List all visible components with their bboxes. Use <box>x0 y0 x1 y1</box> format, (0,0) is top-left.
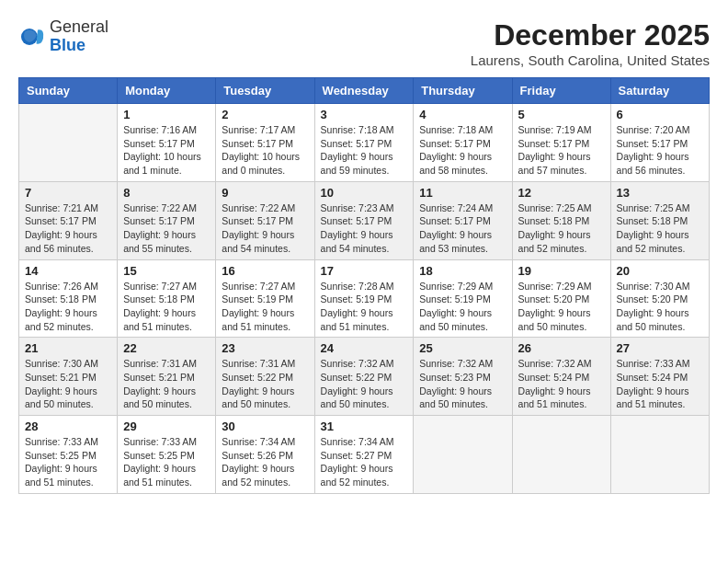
day-number: 12 <box>518 186 605 200</box>
day-info: Sunrise: 7:24 AM Sunset: 5:17 PM Dayligh… <box>419 201 506 256</box>
day-number: 27 <box>617 341 703 355</box>
month-year: December 2025 <box>471 18 710 52</box>
calendar-cell: 3Sunrise: 7:18 AM Sunset: 5:17 PM Daylig… <box>314 104 414 182</box>
calendar-week-row: 14Sunrise: 7:26 AM Sunset: 5:18 PM Dayli… <box>19 259 710 338</box>
calendar-week-row: 1Sunrise: 7:16 AM Sunset: 5:17 PM Daylig… <box>19 104 710 182</box>
day-number: 9 <box>222 186 308 200</box>
calendar-cell: 18Sunrise: 7:29 AM Sunset: 5:19 PM Dayli… <box>414 259 512 338</box>
page-header: General Blue December 2025 Laurens, Sout… <box>18 18 710 68</box>
calendar-cell: 26Sunrise: 7:32 AM Sunset: 5:24 PM Dayli… <box>512 338 610 416</box>
calendar-cell: 20Sunrise: 7:30 AM Sunset: 5:20 PM Dayli… <box>610 259 709 338</box>
calendar-cell: 2Sunrise: 7:17 AM Sunset: 5:17 PM Daylig… <box>216 104 314 182</box>
calendar-cell <box>19 104 118 182</box>
day-number: 14 <box>25 264 111 278</box>
day-number: 2 <box>222 108 308 121</box>
calendar-cell <box>512 416 610 494</box>
calendar-cell: 12Sunrise: 7:25 AM Sunset: 5:18 PM Dayli… <box>512 181 610 259</box>
day-info: Sunrise: 7:25 AM Sunset: 5:18 PM Dayligh… <box>518 201 605 256</box>
calendar-week-row: 7Sunrise: 7:21 AM Sunset: 5:17 PM Daylig… <box>19 181 710 259</box>
calendar-cell: 7Sunrise: 7:21 AM Sunset: 5:17 PM Daylig… <box>19 181 118 259</box>
day-number: 5 <box>518 108 605 121</box>
day-info: Sunrise: 7:31 AM Sunset: 5:21 PM Dayligh… <box>123 357 210 411</box>
day-number: 3 <box>321 108 408 121</box>
day-info: Sunrise: 7:25 AM Sunset: 5:18 PM Dayligh… <box>617 201 703 256</box>
day-number: 11 <box>419 186 506 200</box>
day-info: Sunrise: 7:28 AM Sunset: 5:19 PM Dayligh… <box>321 280 408 334</box>
day-number: 4 <box>419 108 506 121</box>
calendar-cell: 23Sunrise: 7:31 AM Sunset: 5:22 PM Dayli… <box>216 338 314 416</box>
day-info: Sunrise: 7:16 AM Sunset: 5:17 PM Dayligh… <box>123 123 210 178</box>
calendar-cell: 22Sunrise: 7:31 AM Sunset: 5:21 PM Dayli… <box>118 338 216 416</box>
day-info: Sunrise: 7:22 AM Sunset: 5:17 PM Dayligh… <box>222 201 308 256</box>
day-info: Sunrise: 7:32 AM Sunset: 5:22 PM Dayligh… <box>321 357 408 411</box>
day-info: Sunrise: 7:32 AM Sunset: 5:24 PM Dayligh… <box>518 357 605 411</box>
logo: General Blue <box>18 18 108 55</box>
day-info: Sunrise: 7:30 AM Sunset: 5:20 PM Dayligh… <box>617 280 703 334</box>
calendar-cell: 28Sunrise: 7:33 AM Sunset: 5:25 PM Dayli… <box>19 416 118 494</box>
day-number: 26 <box>518 341 605 355</box>
day-number: 25 <box>419 341 506 355</box>
calendar-cell: 31Sunrise: 7:34 AM Sunset: 5:27 PM Dayli… <box>314 416 414 494</box>
day-info: Sunrise: 7:30 AM Sunset: 5:21 PM Dayligh… <box>25 357 111 411</box>
calendar-cell <box>610 416 709 494</box>
day-number: 7 <box>25 186 111 200</box>
column-header-monday: Monday <box>118 78 216 104</box>
calendar-cell: 10Sunrise: 7:23 AM Sunset: 5:17 PM Dayli… <box>314 181 414 259</box>
day-number: 22 <box>123 341 210 355</box>
logo-text: General Blue <box>50 18 108 55</box>
day-number: 8 <box>123 186 210 200</box>
calendar-cell: 5Sunrise: 7:19 AM Sunset: 5:17 PM Daylig… <box>512 104 610 182</box>
day-info: Sunrise: 7:26 AM Sunset: 5:18 PM Dayligh… <box>25 280 111 334</box>
day-number: 29 <box>123 419 210 433</box>
calendar-cell: 17Sunrise: 7:28 AM Sunset: 5:19 PM Dayli… <box>314 259 414 338</box>
day-number: 30 <box>222 419 308 433</box>
day-info: Sunrise: 7:34 AM Sunset: 5:26 PM Dayligh… <box>222 435 308 489</box>
column-header-tuesday: Tuesday <box>216 78 314 104</box>
calendar-cell: 30Sunrise: 7:34 AM Sunset: 5:26 PM Dayli… <box>216 416 314 494</box>
day-info: Sunrise: 7:20 AM Sunset: 5:17 PM Dayligh… <box>617 123 703 178</box>
calendar-cell: 25Sunrise: 7:32 AM Sunset: 5:23 PM Dayli… <box>414 338 512 416</box>
day-number: 31 <box>321 419 408 433</box>
logo-general: General <box>50 17 108 36</box>
day-number: 20 <box>617 264 703 278</box>
calendar-cell: 15Sunrise: 7:27 AM Sunset: 5:18 PM Dayli… <box>118 259 216 338</box>
calendar-cell: 27Sunrise: 7:33 AM Sunset: 5:24 PM Dayli… <box>610 338 709 416</box>
day-info: Sunrise: 7:33 AM Sunset: 5:25 PM Dayligh… <box>123 435 210 489</box>
calendar-cell: 9Sunrise: 7:22 AM Sunset: 5:17 PM Daylig… <box>216 181 314 259</box>
day-number: 21 <box>25 341 111 355</box>
location: Laurens, South Carolina, United States <box>471 52 710 68</box>
calendar-cell: 24Sunrise: 7:32 AM Sunset: 5:22 PM Dayli… <box>314 338 414 416</box>
day-info: Sunrise: 7:22 AM Sunset: 5:17 PM Dayligh… <box>123 201 210 256</box>
day-number: 10 <box>321 186 408 200</box>
day-info: Sunrise: 7:29 AM Sunset: 5:19 PM Dayligh… <box>419 280 506 334</box>
day-number: 17 <box>321 264 408 278</box>
day-info: Sunrise: 7:18 AM Sunset: 5:17 PM Dayligh… <box>419 123 506 178</box>
calendar-cell: 21Sunrise: 7:30 AM Sunset: 5:21 PM Dayli… <box>19 338 118 416</box>
day-info: Sunrise: 7:34 AM Sunset: 5:27 PM Dayligh… <box>321 435 408 489</box>
day-number: 23 <box>222 341 308 355</box>
day-info: Sunrise: 7:27 AM Sunset: 5:19 PM Dayligh… <box>222 280 308 334</box>
column-header-saturday: Saturday <box>610 78 709 104</box>
calendar-cell: 11Sunrise: 7:24 AM Sunset: 5:17 PM Dayli… <box>414 181 512 259</box>
day-number: 18 <box>419 264 506 278</box>
day-number: 13 <box>617 186 703 200</box>
day-number: 19 <box>518 264 605 278</box>
day-info: Sunrise: 7:32 AM Sunset: 5:23 PM Dayligh… <box>419 357 506 411</box>
day-number: 6 <box>617 108 703 121</box>
calendar-cell: 14Sunrise: 7:26 AM Sunset: 5:18 PM Dayli… <box>19 259 118 338</box>
calendar-cell: 8Sunrise: 7:22 AM Sunset: 5:17 PM Daylig… <box>118 181 216 259</box>
day-number: 15 <box>123 264 210 278</box>
calendar-cell: 1Sunrise: 7:16 AM Sunset: 5:17 PM Daylig… <box>118 104 216 182</box>
calendar-week-row: 21Sunrise: 7:30 AM Sunset: 5:21 PM Dayli… <box>19 338 710 416</box>
day-info: Sunrise: 7:27 AM Sunset: 5:18 PM Dayligh… <box>123 280 210 334</box>
calendar-week-row: 28Sunrise: 7:33 AM Sunset: 5:25 PM Dayli… <box>19 416 710 494</box>
day-info: Sunrise: 7:33 AM Sunset: 5:24 PM Dayligh… <box>617 357 703 411</box>
column-header-sunday: Sunday <box>19 78 118 104</box>
day-number: 24 <box>321 341 408 355</box>
title-block: December 2025 Laurens, South Carolina, U… <box>471 18 710 68</box>
column-header-friday: Friday <box>512 78 610 104</box>
column-header-thursday: Thursday <box>414 78 512 104</box>
day-info: Sunrise: 7:33 AM Sunset: 5:25 PM Dayligh… <box>25 435 111 489</box>
calendar-header-row: SundayMondayTuesdayWednesdayThursdayFrid… <box>19 78 710 104</box>
day-info: Sunrise: 7:31 AM Sunset: 5:22 PM Dayligh… <box>222 357 308 411</box>
